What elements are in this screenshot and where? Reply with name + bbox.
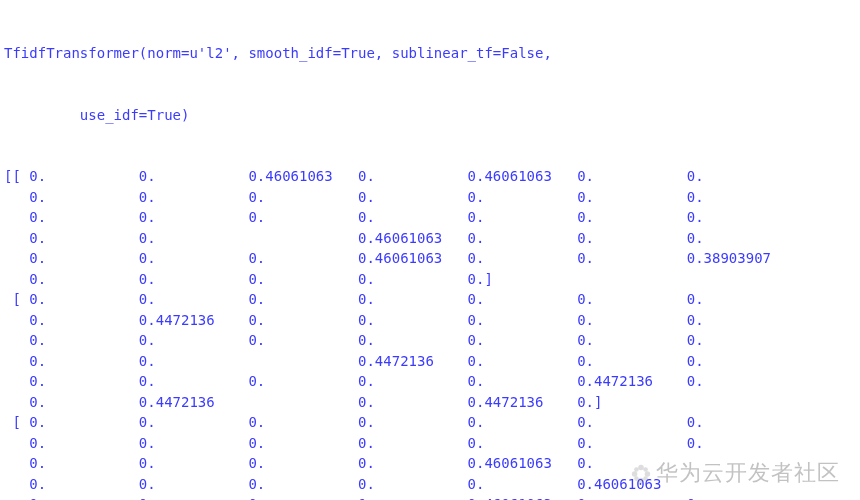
- array-line: 0. 0. 0. 0. 0.46061063 0. 0.: [4, 494, 856, 500]
- array-line: 0. 0. 0.4472136 0. 0. 0.: [4, 351, 856, 372]
- repr-line-1: TfidfTransformer(norm=u'l2', smooth_idf=…: [4, 43, 856, 64]
- array-line: [ 0. 0. 0. 0. 0. 0. 0.: [4, 289, 856, 310]
- array-output: [[ 0. 0. 0.46061063 0. 0.46061063 0. 0. …: [4, 166, 856, 500]
- array-line: 0. 0.4472136 0. 0.4472136 0.]: [4, 392, 856, 413]
- array-line: 0. 0.4472136 0. 0. 0. 0. 0.: [4, 310, 856, 331]
- repr-line-2: use_idf=True): [4, 105, 856, 126]
- array-line: 0. 0. 0. 0.46061063 0. 0. 0.38903907: [4, 248, 856, 269]
- array-line: [[ 0. 0. 0.46061063 0. 0.46061063 0. 0.: [4, 166, 856, 187]
- array-line: [ 0. 0. 0. 0. 0. 0. 0.: [4, 412, 856, 433]
- array-line: 0. 0. 0. 0. 0. 0.4472136 0.: [4, 371, 856, 392]
- array-line: 0. 0. 0.46061063 0. 0. 0.: [4, 228, 856, 249]
- array-line: 0. 0. 0. 0. 0. 0. 0.: [4, 330, 856, 351]
- console-output: TfidfTransformer(norm=u'l2', smooth_idf=…: [0, 0, 860, 500]
- array-line: 0. 0. 0. 0. 0. 0. 0.: [4, 207, 856, 228]
- array-line: 0. 0. 0. 0. 0.46061063 0.: [4, 453, 856, 474]
- array-line: 0. 0. 0. 0. 0.]: [4, 269, 856, 290]
- array-line: 0. 0. 0. 0. 0. 0.46061063: [4, 474, 856, 495]
- array-line: 0. 0. 0. 0. 0. 0. 0.: [4, 187, 856, 208]
- array-line: 0. 0. 0. 0. 0. 0. 0.: [4, 433, 856, 454]
